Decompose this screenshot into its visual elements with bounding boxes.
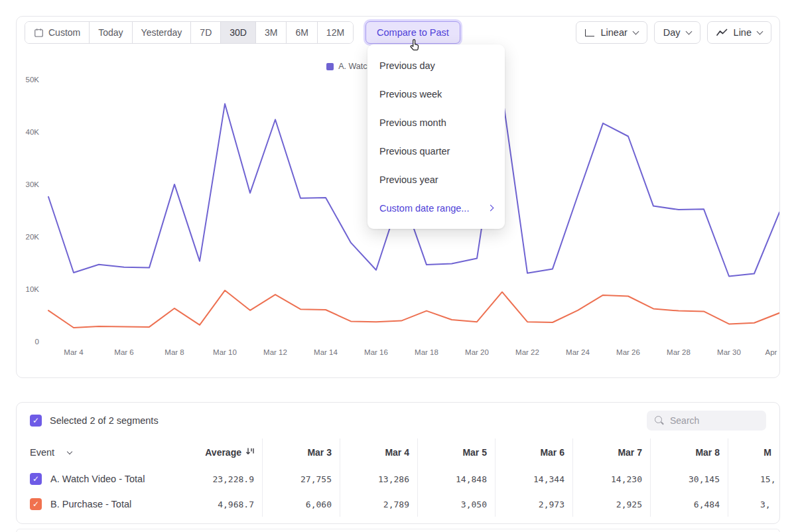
table-header-bar: Selected 2 of 2 segments — [17, 405, 779, 436]
y-axis-tick: 0 — [17, 338, 39, 346]
axis-scale-icon — [585, 29, 594, 36]
event-column-header[interactable]: Event — [17, 447, 176, 458]
search-input[interactable] — [670, 415, 758, 426]
average-value: 4,968.7 — [176, 499, 262, 509]
menu-item-previous-quarter[interactable]: Previous quarter — [367, 137, 505, 165]
range-button-label: 30D — [230, 27, 247, 38]
value-cell: 13,286 — [340, 466, 417, 492]
value-cell: 14,344 — [495, 466, 572, 492]
range-button-today[interactable]: Today — [90, 22, 132, 43]
value-cell: 2,789 — [340, 492, 417, 517]
date-range-group: CustomTodayYesterday7D30D3M6M12M — [25, 21, 354, 44]
value-cell: 30,145 — [650, 466, 728, 492]
select-all-checkbox[interactable] — [30, 415, 42, 427]
range-button-custom[interactable]: Custom — [25, 22, 90, 43]
date-column-header[interactable]: Mar 3 — [262, 438, 340, 466]
y-axis-tick: 30K — [17, 180, 39, 188]
x-axis-tick: Apr 1 — [765, 348, 780, 356]
range-button-3m[interactable]: 3M — [256, 22, 287, 43]
menu-item-previous-day[interactable]: Previous day — [367, 51, 505, 80]
menu-item-previous-week[interactable]: Previous week — [367, 80, 505, 108]
row-checkbox[interactable] — [30, 473, 42, 485]
value-cell: 27,755 — [262, 466, 340, 492]
search-icon — [655, 416, 664, 425]
x-axis-tick: Mar 24 — [566, 348, 590, 356]
table-row: B. Purchase - Total4,968.76,0602,7893,05… — [17, 492, 779, 517]
x-axis-tick: Mar 6 — [114, 348, 133, 356]
range-button-yesterday[interactable]: Yesterday — [133, 22, 192, 43]
range-button-label: Custom — [48, 27, 80, 38]
scale-label: Linear — [600, 27, 627, 38]
compare-to-past-menu: Previous dayPrevious weekPrevious monthP… — [367, 44, 505, 229]
range-button-label: 7D — [200, 27, 212, 38]
x-axis-tick: Mar 26 — [616, 348, 640, 356]
line-chart-icon — [716, 29, 728, 36]
menu-item-label: Previous week — [379, 89, 442, 100]
range-button-label: 3M — [265, 27, 277, 38]
segments-table: EventAverageMar 3Mar 4Mar 5Mar 6Mar 7Mar… — [17, 438, 779, 517]
chevron-right-icon — [488, 205, 494, 212]
event-header-label: Event — [30, 447, 54, 458]
sort-descending-icon — [245, 447, 254, 458]
x-axis-tick: Mar 10 — [213, 348, 237, 356]
range-button-label: Today — [98, 27, 123, 38]
scale-select-button[interactable]: Linear — [576, 21, 647, 44]
selected-segments-label: Selected 2 of 2 segments — [50, 415, 159, 426]
legend-swatch — [326, 63, 334, 70]
date-column-header[interactable]: Mar 8 — [650, 438, 728, 466]
row-checkbox[interactable] — [30, 498, 42, 510]
date-column-header[interactable]: M — [728, 438, 779, 466]
calendar-icon — [34, 28, 44, 38]
table-header-row: EventAverageMar 3Mar 4Mar 5Mar 6Mar 7Mar… — [17, 438, 779, 466]
date-column-header[interactable]: Mar 5 — [417, 438, 495, 466]
range-button-6m[interactable]: 6M — [287, 22, 317, 43]
range-button-30d[interactable]: 30D — [221, 22, 256, 43]
value-cell: 2,973 — [495, 492, 572, 517]
chevron-down-icon — [632, 28, 639, 34]
chart-type-select-button[interactable]: Line — [707, 21, 771, 44]
range-button-7d[interactable]: 7D — [191, 22, 221, 43]
y-axis-tick: 10K — [17, 285, 39, 293]
x-axis-tick: Mar 14 — [314, 348, 338, 356]
mouse-cursor-hand-icon — [408, 37, 423, 53]
range-button-label: 12M — [326, 27, 344, 38]
y-axis-tick: 20K — [17, 233, 39, 241]
menu-item-previous-month[interactable]: Previous month — [367, 108, 505, 137]
value-cell: 6,060 — [262, 492, 340, 517]
chart-toolbar: CustomTodayYesterday7D30D3M6M12M Compare… — [25, 21, 771, 44]
y-axis-tick: 50K — [17, 76, 39, 84]
menu-item-custom-date-range[interactable]: Custom date range... — [367, 194, 505, 222]
x-axis-tick: Mar 28 — [667, 348, 691, 356]
series-line-1 — [48, 291, 779, 328]
interval-select-button[interactable]: Day — [654, 21, 700, 44]
date-column-header[interactable]: Mar 6 — [495, 438, 572, 466]
menu-item-previous-year[interactable]: Previous year — [367, 165, 505, 194]
average-header-label: Average — [205, 447, 241, 458]
average-value: 23,228.9 — [176, 474, 262, 484]
x-axis-tick: Mar 8 — [165, 348, 184, 356]
value-cell: 3,050 — [417, 492, 495, 517]
menu-item-label: Previous year — [379, 174, 438, 185]
event-cell: A. Watch Video - Total — [17, 473, 176, 485]
event-name: A. Watch Video - Total — [50, 474, 145, 484]
event-name: B. Purchase - Total — [50, 499, 131, 509]
date-column-header[interactable]: Mar 7 — [572, 438, 650, 466]
chart-options-group: Linear Day Line — [576, 21, 771, 44]
average-column-header[interactable]: Average — [176, 447, 262, 458]
value-cell: 14,848 — [417, 466, 495, 492]
range-button-label: 6M — [295, 27, 308, 38]
chevron-down-icon — [757, 28, 763, 34]
value-cell: 14,230 — [572, 466, 650, 492]
x-axis-tick: Mar 30 — [717, 348, 741, 356]
chevron-down-icon — [67, 448, 72, 454]
range-button-12m[interactable]: 12M — [318, 22, 353, 43]
chart-type-label: Line — [734, 27, 752, 38]
date-column-header[interactable]: Mar 4 — [340, 438, 417, 466]
value-cell: 6,484 — [650, 492, 728, 517]
x-axis-tick: Mar 4 — [64, 348, 83, 356]
chart-card: CustomTodayYesterday7D30D3M6M12M Compare… — [16, 16, 780, 378]
value-cell: 15, — [728, 466, 779, 492]
chevron-down-icon — [685, 28, 692, 34]
x-axis-tick: Mar 20 — [465, 348, 489, 356]
event-cell: B. Purchase - Total — [17, 498, 176, 510]
